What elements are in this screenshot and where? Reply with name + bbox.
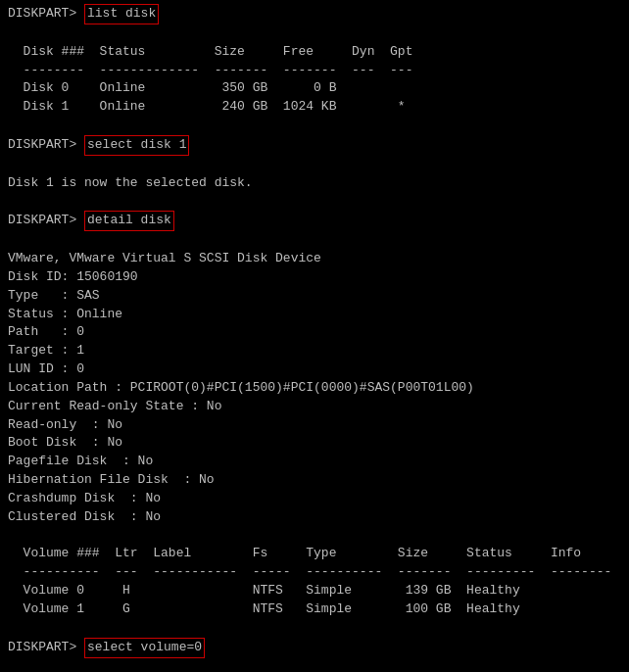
output-line: Current Read-only State : No	[8, 398, 621, 416]
command-text: detail disk	[84, 211, 174, 231]
output-line: Volume 1 G NTFS Simple 100 GB Healthy	[8, 600, 621, 619]
output-line: Disk ### Status Size Free Dyn Gpt	[8, 43, 621, 62]
blank-line	[8, 619, 621, 638]
output-line: Disk ID: 15060190	[8, 268, 621, 287]
output-line: Disk 0 Online 350 GB 0 B	[8, 79, 621, 98]
blank-line	[8, 658, 621, 672]
output-line: Crashdump Disk : No	[8, 490, 621, 508]
blank-line	[8, 231, 621, 250]
blank-line	[8, 192, 621, 211]
output-line: LUN ID : 0	[8, 360, 621, 379]
output-line: -------- ------------- ------- ------- -…	[8, 62, 621, 80]
output-line: Boot Disk : No	[8, 434, 621, 453]
prompt-line: DISKPART> detail disk	[8, 211, 621, 231]
prompt-text: DISKPART>	[8, 136, 84, 155]
output-line: ---------- --- ----------- ----- -------…	[8, 563, 621, 582]
command-text: list disk	[84, 4, 159, 24]
blank-line	[8, 24, 621, 43]
output-line: Location Path : PCIROOT(0)#PCI(1500)#PCI…	[8, 379, 621, 398]
blank-line	[8, 117, 621, 135]
output-line: Target : 1	[8, 342, 621, 360]
output-line: Disk 1 is now the selected disk.	[8, 174, 621, 193]
prompt-text: DISKPART>	[8, 639, 84, 657]
output-line: Clustered Disk : No	[8, 508, 621, 527]
blank-line	[8, 156, 621, 174]
prompt-text: DISKPART>	[8, 5, 84, 24]
output-line: Volume ### Ltr Label Fs Type Size Status…	[8, 545, 621, 563]
output-line: Pagefile Disk : No	[8, 453, 621, 471]
output-line: Status : Online	[8, 306, 621, 324]
output-line: Type : SAS	[8, 287, 621, 306]
output-line: Path : 0	[8, 323, 621, 342]
output-line: Disk 1 Online 240 GB 1024 KB *	[8, 98, 621, 117]
command-text: select disk 1	[84, 135, 189, 156]
prompt-text: DISKPART>	[8, 212, 84, 230]
output-line: Read-only : No	[8, 416, 621, 435]
output-line: Hibernation File Disk : No	[8, 471, 621, 490]
terminal-window: DISKPART> list disk Disk ### Status Size…	[8, 4, 621, 672]
output-line: VMware, VMware Virtual S SCSI Disk Devic…	[8, 250, 621, 268]
prompt-line: DISKPART> select volume=0	[8, 638, 621, 658]
blank-line	[8, 527, 621, 546]
prompt-line: DISKPART> list disk	[8, 4, 621, 24]
output-line: Volume 0 H NTFS Simple 139 GB Healthy	[8, 582, 621, 600]
prompt-line: DISKPART> select disk 1	[8, 135, 621, 156]
command-text: select volume=0	[84, 638, 205, 658]
